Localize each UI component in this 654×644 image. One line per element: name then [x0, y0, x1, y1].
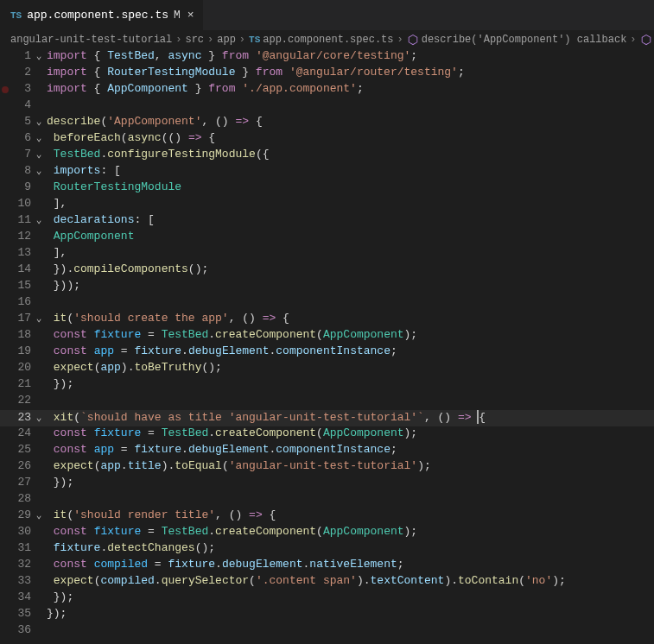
code-line[interactable]: 25 const app = fixture.debugElement.comp… — [0, 443, 654, 459]
line-number[interactable]: 35 — [0, 607, 31, 620]
code-line[interactable]: 14 }).compileComponents(); — [0, 262, 654, 279]
code-line[interactable]: 11⌄ declarations: [ — [0, 213, 654, 230]
line-number[interactable]: 12 — [0, 230, 31, 243]
line-number[interactable]: 29 — [0, 508, 31, 521]
breadcrumb-item[interactable]: xit('should have — [640, 34, 654, 46]
code-text[interactable]: })); — [47, 279, 80, 292]
fold-toggle[interactable]: ⌄ — [31, 509, 47, 521]
code-text[interactable]: AppComponent — [47, 230, 134, 243]
code-line[interactable]: 27 }); — [0, 476, 654, 492]
breadcrumb-item[interactable]: describe('AppComponent') callback — [407, 34, 627, 46]
code-editor[interactable]: 1⌄import { TestBed, async } from '@angul… — [0, 49, 654, 640]
code-line[interactable]: 24 const fixture = TestBed.createCompone… — [0, 426, 654, 443]
line-number[interactable]: 19 — [0, 344, 31, 357]
line-number[interactable]: 14 — [0, 262, 31, 275]
fold-toggle[interactable]: ⌄ — [31, 165, 47, 176]
code-text[interactable]: }); — [47, 607, 67, 620]
code-line[interactable]: 35}); — [0, 607, 654, 623]
line-number[interactable]: 24 — [0, 426, 31, 439]
code-text[interactable]: const app = fixture.debugElement.compone… — [47, 443, 397, 456]
code-text[interactable]: declarations: [ — [47, 213, 155, 226]
code-line[interactable]: 8⌄ imports: [ — [0, 164, 654, 180]
code-text[interactable]: }).compileComponents(); — [47, 262, 208, 275]
line-number[interactable]: 34 — [0, 590, 31, 603]
code-text[interactable]: expect(app).toBeTruthy(); — [47, 361, 222, 374]
code-line[interactable]: 34 }); — [0, 590, 654, 607]
code-text[interactable]: ], — [47, 246, 67, 259]
line-number[interactable]: 3 — [0, 82, 31, 95]
fold-toggle[interactable]: ⌄ — [31, 132, 47, 143]
line-number[interactable]: 27 — [0, 476, 31, 489]
fold-toggle[interactable]: ⌄ — [31, 148, 47, 160]
fold-toggle[interactable]: ⌄ — [31, 214, 47, 225]
code-line[interactable]: 26 expect(app.title).toEqual('angular-un… — [0, 459, 654, 476]
line-number[interactable]: 30 — [0, 525, 31, 538]
breadcrumb[interactable]: angular-unit-test-tutorial › src › app ›… — [0, 30, 654, 49]
code-line[interactable]: 30 const fixture = TestBed.createCompone… — [0, 525, 654, 541]
line-number[interactable]: 1 — [0, 49, 31, 62]
code-line[interactable]: 5⌄describe('AppComponent', () => { — [0, 115, 654, 131]
code-line[interactable]: 9 RouterTestingModule — [0, 180, 654, 197]
code-line[interactable]: 33 expect(compiled.querySelector('.conte… — [0, 574, 654, 590]
line-number[interactable]: 26 — [0, 459, 31, 472]
line-number[interactable]: 11 — [0, 213, 31, 226]
line-number[interactable]: 8 — [0, 164, 31, 177]
code-line[interactable]: 36 — [0, 623, 654, 640]
breadcrumb-item[interactable]: angular-unit-test-tutorial — [10, 34, 172, 46]
code-line[interactable]: 32 const compiled = fixture.debugElement… — [0, 558, 654, 574]
line-number[interactable]: 2 — [0, 66, 31, 79]
code-text[interactable]: expect(app.title).toEqual('angular-unit-… — [47, 459, 431, 472]
fold-toggle[interactable]: ⌄ — [31, 50, 47, 61]
code-line[interactable]: 18 const fixture = TestBed.createCompone… — [0, 328, 654, 344]
breakpoint-indicator[interactable] — [2, 86, 9, 93]
fold-toggle[interactable]: ⌄ — [31, 116, 47, 127]
code-line[interactable]: 4 — [0, 98, 654, 115]
code-line[interactable]: 16 — [0, 295, 654, 312]
line-number[interactable]: 22 — [0, 394, 31, 407]
line-number[interactable]: 6 — [0, 131, 31, 144]
code-text[interactable]: beforeEach(async(() => { — [47, 131, 215, 144]
code-line[interactable]: 17⌄ it('should create the app', () => { — [0, 312, 654, 328]
line-number[interactable]: 31 — [0, 541, 31, 554]
fold-toggle[interactable]: ⌄ — [31, 412, 47, 423]
editor-tab[interactable]: TS app.component.spec.ts M × — [0, 0, 204, 30]
code-line[interactable]: 28 — [0, 492, 654, 508]
line-number[interactable]: 4 — [0, 98, 31, 111]
breadcrumb-item[interactable]: TS app.component.spec.ts — [249, 34, 393, 46]
fold-toggle[interactable]: ⌄ — [31, 313, 47, 324]
code-line[interactable]: 3import { AppComponent } from './app.com… — [0, 82, 654, 98]
code-line[interactable]: 19 const app = fixture.debugElement.comp… — [0, 344, 654, 361]
code-line[interactable]: 2import { RouterTestingModule } from '@a… — [0, 66, 654, 82]
code-text[interactable]: ], — [47, 197, 67, 210]
breadcrumb-item[interactable]: src — [185, 34, 204, 46]
code-line[interactable]: 12 AppComponent — [0, 230, 654, 246]
line-number[interactable]: 10 — [0, 197, 31, 210]
code-text[interactable]: const compiled = fixture.debugElement.na… — [47, 558, 404, 571]
line-number[interactable]: 17 — [0, 312, 31, 325]
code-line[interactable]: 10 ], — [0, 197, 654, 213]
code-line[interactable]: 29⌄ it('should render title', () => { — [0, 508, 654, 525]
line-number[interactable]: 32 — [0, 558, 31, 571]
line-number[interactable]: 20 — [0, 361, 31, 374]
code-line[interactable]: 1⌄import { TestBed, async } from '@angul… — [0, 49, 654, 66]
line-number[interactable]: 15 — [0, 279, 31, 292]
code-text[interactable]: const fixture = TestBed.createComponent(… — [47, 426, 417, 439]
code-line[interactable]: 21 }); — [0, 377, 654, 394]
line-number[interactable]: 33 — [0, 574, 31, 587]
code-text[interactable]: const fixture = TestBed.createComponent(… — [47, 525, 417, 538]
line-number[interactable]: 18 — [0, 328, 31, 341]
code-text[interactable]: describe('AppComponent', () => { — [47, 115, 263, 128]
code-text[interactable]: xit(`should have as title 'angular-unit-… — [47, 411, 486, 424]
code-text[interactable]: it('should render title', () => { — [47, 508, 276, 521]
line-number[interactable]: 9 — [0, 180, 31, 193]
code-text[interactable]: TestBed.configureTestingModule({ — [47, 148, 269, 161]
code-text[interactable]: import { AppComponent } from './app.comp… — [47, 82, 364, 95]
code-line[interactable]: 22 — [0, 394, 654, 410]
line-number[interactable]: 13 — [0, 246, 31, 259]
line-number[interactable]: 36 — [0, 623, 31, 636]
code-text[interactable]: imports: [ — [47, 164, 121, 177]
code-line[interactable]: 23⌄ xit(`should have as title 'angular-u… — [0, 410, 654, 426]
code-line[interactable]: 7⌄ TestBed.configureTestingModule({ — [0, 148, 654, 164]
close-icon[interactable]: × — [187, 9, 194, 22]
code-line[interactable]: 31 fixture.detectChanges(); — [0, 541, 654, 558]
